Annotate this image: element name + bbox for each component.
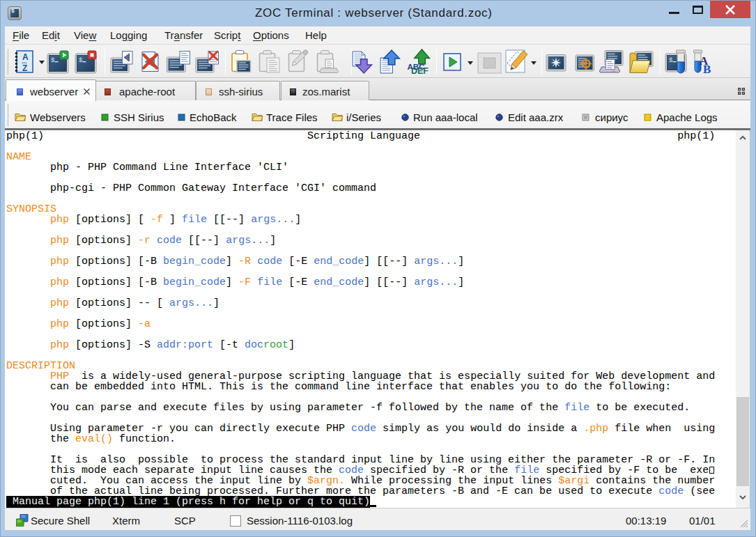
svg-text:B: B: [703, 63, 711, 76]
svg-text:$: $: [79, 57, 83, 64]
svg-text:$: $: [51, 57, 55, 64]
svg-text:$: $: [669, 57, 673, 64]
svg-text:Z: Z: [22, 63, 27, 73]
svg-text:DEF: DEF: [411, 66, 429, 76]
